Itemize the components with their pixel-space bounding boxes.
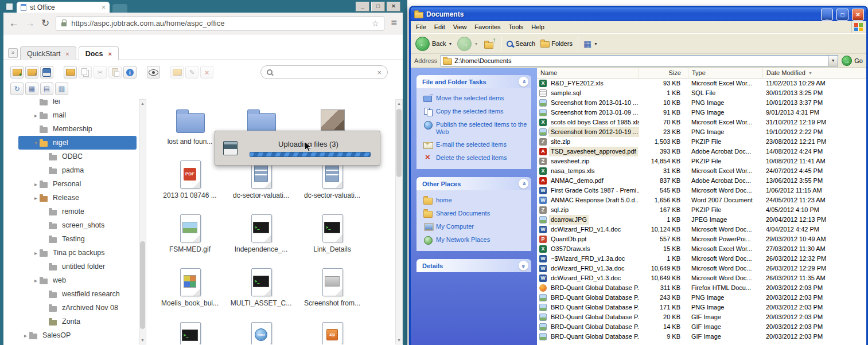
toolbar-button[interactable] — [10, 83, 24, 95]
go-button[interactable]: → Go — [842, 56, 863, 66]
file-name-cell[interactable]: dcarrow.JPG — [537, 215, 639, 225]
panel-header[interactable]: File and Folder Tasks » — [417, 75, 531, 88]
place-link-label[interactable]: My Computer — [436, 222, 474, 230]
file-row[interactable]: savesheet.zip 14,854 KB PKZIP File 10/08… — [537, 156, 866, 166]
file-name-cell[interactable]: O357Draw.xls — [537, 244, 639, 254]
collapse-chevron-icon[interactable]: » — [519, 77, 528, 87]
toolbar-button[interactable] — [40, 83, 53, 95]
place-link[interactable]: home — [423, 196, 529, 205]
file-row[interactable]: BRD-Quant Global Database P... 311 KB Fi… — [537, 283, 866, 293]
task-link[interactable]: Copy the selected items — [423, 107, 529, 116]
url-text[interactable]: https://aspc.jobtrack.com.au/home/aspc_o… — [71, 19, 367, 28]
file-name-cell[interactable]: QuantDb.ppt — [537, 234, 639, 244]
file-row[interactable]: BRD-Quant Global Database P... 243 KB PN… — [537, 293, 866, 303]
file-name-cell[interactable]: First Grade Colts 1987 - Premi... — [537, 186, 639, 195]
tree-scrollbar-thumb[interactable] — [140, 241, 145, 329]
task-link-label[interactable]: Publish the selected items to the Web — [436, 120, 529, 136]
file-name-cell[interactable]: BRD-Quant Global Database P... — [537, 293, 639, 303]
tree-item[interactable]: ▾ nigel — [18, 136, 137, 150]
close-button[interactable]: ✕ — [387, 2, 400, 11]
panel-header[interactable]: Other Places » — [417, 177, 531, 190]
place-link[interactable]: My Network Places — [423, 236, 529, 244]
search-clear-icon[interactable]: × — [377, 68, 382, 77]
file-row[interactable]: R&D_FYE2012.xls 93 KB Microsoft Excel Wo… — [537, 79, 866, 88]
toolbar-button[interactable] — [108, 66, 122, 79]
file-item[interactable]: dc-sector-valuati... — [226, 159, 296, 213]
app-tab[interactable]: Docs × — [79, 46, 119, 60]
file-row[interactable]: TSD_savesheet_approved.pdf 393 KB Adobe … — [537, 147, 866, 156]
file-name-cell[interactable]: ANMAC Response Draft 5.0.d... — [537, 195, 639, 205]
search-input[interactable] — [277, 68, 372, 76]
address-field[interactable]: Z:\home\Documents ▼ — [441, 55, 838, 66]
file-item[interactable]: FSM-MED.gif — [155, 213, 225, 266]
views-dropdown-icon[interactable]: ▼ — [594, 42, 598, 46]
toolbar-button[interactable] — [170, 66, 184, 79]
tree-item[interactable]: zArchived Nov 08 — [18, 301, 137, 315]
file-name-cell[interactable]: Screenshot from 2013-01-09 ... — [537, 108, 639, 117]
tree-item[interactable]: ▸ mail — [18, 108, 137, 122]
file-row[interactable]: ~$Wizard_FRD_v1.3a.doc 1 KB Microsoft Wo… — [537, 254, 866, 264]
tree-item[interactable]: lei — [18, 99, 137, 108]
file-name-cell[interactable]: R&D_FYE2012.xls — [537, 79, 639, 88]
tree-item[interactable]: untitled folder — [18, 260, 137, 273]
toolbar-button[interactable] — [185, 66, 198, 79]
place-link-label[interactable]: home — [436, 196, 452, 204]
task-link[interactable]: Delete the selected items — [423, 154, 529, 162]
toolbar-button[interactable] — [55, 83, 68, 95]
file-name-cell[interactable]: dcWizard_FRD_v1.3.doc — [537, 273, 639, 283]
file-row[interactable]: nasa_temps.xls 31 KB Microsoft Excel Wor… — [537, 166, 866, 176]
tab-close-icon[interactable]: × — [102, 3, 106, 11]
file-row[interactable]: First Grade Colts 1987 - Premi... 545 KB… — [537, 186, 866, 195]
file-name-cell[interactable]: scots old boys Class of 1985.xls — [537, 117, 639, 127]
toolbar-button[interactable] — [25, 83, 38, 95]
file-row[interactable]: dcWizard_FRD_v1.3.doc 10,649 KB Microsof… — [537, 273, 866, 283]
task-link-label[interactable]: E-mail the selected items — [436, 140, 507, 148]
column-header-size[interactable]: Size — [639, 68, 688, 78]
minimize-button[interactable]: _ — [356, 2, 369, 11]
file-item[interactable]: dc-sector-valuati... — [297, 159, 367, 213]
task-link-label[interactable]: Delete the selected items — [436, 154, 507, 162]
back-button[interactable]: ← Back ▼ — [415, 37, 452, 51]
toolbar-button[interactable] — [40, 66, 53, 79]
expand-arrow-icon[interactable]: ▸ — [32, 195, 40, 201]
tree-item[interactable]: ▸ SalesOP — [18, 328, 137, 342]
minimize-button[interactable]: _ — [821, 9, 833, 21]
column-header-name[interactable]: Name — [537, 68, 639, 78]
panel-header[interactable]: Details » — [417, 259, 531, 272]
file-row[interactable]: ANMAC Response Draft 5.0.d... 1,656 KB W… — [537, 195, 866, 205]
views-button[interactable]: ▦ ▼ — [583, 40, 598, 48]
file-row[interactable]: Screenshot from 2013-01-09 ... 91 KB PNG… — [537, 108, 866, 117]
tree-item[interactable]: Testing — [18, 232, 137, 246]
file-name-cell[interactable]: dcWizard_FRD_v1.4.doc — [537, 225, 639, 234]
tree-item[interactable]: ▸ web — [18, 273, 137, 287]
maximize-button[interactable]: □ — [371, 2, 385, 11]
file-name-cell[interactable]: ANMAC_demo.pdf — [537, 176, 639, 186]
tree-item[interactable]: remote — [18, 205, 137, 218]
file-name-cell[interactable]: savesheet.zip — [537, 156, 639, 166]
place-link[interactable]: Shared Documents — [423, 209, 529, 218]
file-name-cell[interactable]: TSD_savesheet_approved.pdf — [537, 147, 639, 156]
address-value[interactable]: Z:\home\Documents — [454, 57, 511, 64]
search-box[interactable]: × — [260, 65, 388, 79]
file-name-cell[interactable]: dcWizard_FRD_v1.3a.doc — [537, 264, 639, 273]
task-link[interactable]: E-mail the selected items — [423, 140, 529, 149]
task-link[interactable]: Publish the selected items to the Web — [423, 120, 529, 136]
file-name-cell[interactable]: sql.zip — [537, 205, 639, 215]
back-dropdown-icon[interactable]: ▼ — [448, 42, 452, 46]
file-row[interactable]: site.zip 1,503 KB PKZIP File 23/08/2012 … — [537, 137, 866, 147]
file-row[interactable]: sql.zip 167 KB PKZIP File 4/05/2012 4:10… — [537, 205, 866, 215]
expand-arrow-icon[interactable]: ▸ — [22, 332, 29, 339]
browser-menu-icon[interactable]: ≡ — [391, 17, 397, 29]
place-link-label[interactable]: Shared Documents — [436, 209, 490, 217]
tree-item[interactable]: ODBC — [18, 150, 137, 163]
file-item[interactable]: 2013 01 08746 ... — [155, 159, 225, 213]
search-button[interactable]: Search — [507, 40, 535, 47]
app-tab-close-icon[interactable]: × — [108, 50, 111, 57]
tree-item[interactable]: westfield research — [18, 287, 137, 301]
toolbar-button[interactable] — [200, 66, 213, 79]
tree-item[interactable]: ▸ Tina pc backups — [18, 246, 137, 260]
file-row[interactable]: Screenshot from 2012-10-19 ... 23 KB PNG… — [537, 127, 866, 137]
reload-icon[interactable]: ↻ — [41, 18, 49, 28]
scroll-up-icon[interactable]: ▲ — [397, 100, 401, 107]
up-button[interactable]: ↑ — [483, 38, 496, 49]
